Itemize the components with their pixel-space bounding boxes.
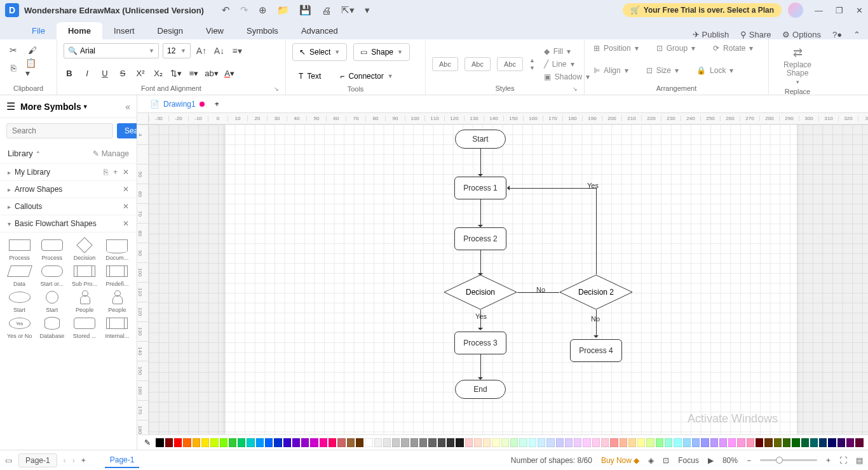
color-swatch[interactable]	[546, 438, 554, 447]
color-swatch[interactable]	[801, 438, 809, 447]
shape-document[interactable]: Docum...	[102, 238, 133, 261]
trial-banner[interactable]: 🛒 Your Free Trial is over. Select a Plan	[623, 3, 782, 17]
redo-icon[interactable]: ↷	[240, 4, 248, 16]
drawing-page[interactable]: Start Process 1 Process 2 Decision Yes P…	[225, 124, 797, 434]
increase-font-icon[interactable]: A↑	[194, 44, 208, 58]
new-icon[interactable]: ⊕	[259, 4, 267, 16]
buy-now-link[interactable]: Buy Now ◆	[601, 456, 639, 465]
focus-mode-icon[interactable]: ⊡	[663, 456, 669, 465]
select-tool[interactable]: ↖Select▼	[292, 43, 347, 61]
tab-advanced[interactable]: Advanced	[290, 22, 349, 39]
align-button[interactable]: ⊫Align▾	[591, 65, 631, 76]
page-layout-icon[interactable]: ▭	[5, 456, 12, 465]
color-swatch[interactable]	[401, 438, 409, 447]
color-swatch[interactable]	[383, 438, 391, 447]
color-swatch[interactable]	[819, 438, 827, 447]
color-swatch[interactable]	[347, 438, 355, 447]
font-name-select[interactable]: 🔍Arial▼	[64, 43, 159, 58]
color-swatch[interactable]	[274, 438, 281, 447]
color-swatch[interactable]	[810, 438, 818, 447]
section-close-3[interactable]: ✕	[123, 219, 129, 228]
shape-predef[interactable]: Predefi...	[102, 264, 133, 287]
color-swatch[interactable]	[265, 438, 273, 447]
color-swatch[interactable]	[238, 438, 245, 447]
panels-icon[interactable]: ▤	[856, 456, 863, 465]
color-swatch[interactable]	[447, 438, 454, 447]
color-swatch[interactable]	[320, 438, 327, 447]
replace-shape-button[interactable]: ⇄ Replace Shape ▾	[778, 43, 817, 88]
rotate-button[interactable]: ⟳Rotate▾	[710, 43, 756, 53]
color-swatch[interactable]	[538, 438, 545, 447]
shape-decision[interactable]: Decision	[69, 238, 100, 261]
color-swatch[interactable]	[456, 438, 463, 447]
format-painter-icon[interactable]: 🖌	[25, 43, 39, 57]
user-avatar[interactable]	[788, 3, 803, 18]
tab-design[interactable]: Design	[146, 22, 194, 39]
color-swatch[interactable]	[592, 438, 600, 447]
new-tab-button[interactable]: +	[215, 100, 219, 109]
add-page-icon[interactable]: +	[81, 456, 86, 465]
shape-start[interactable]: Start	[4, 290, 35, 313]
section-close-1[interactable]: ✕	[123, 185, 129, 194]
color-swatch[interactable]	[601, 438, 609, 447]
style-scroll-down[interactable]: ▼	[529, 65, 535, 71]
next-page-icon[interactable]: ›	[72, 456, 75, 465]
save-icon[interactable]: 💾	[299, 4, 311, 16]
shape-startor[interactable]: Start or...	[36, 264, 67, 287]
export-icon[interactable]: ⇱▾	[341, 4, 355, 16]
subscript-button[interactable]: X₂	[153, 69, 164, 78]
color-swatch[interactable]	[620, 438, 627, 447]
focus-label[interactable]: Focus	[678, 456, 699, 465]
position-button[interactable]: ⊞Position▾	[591, 43, 641, 53]
tab-view[interactable]: View	[194, 22, 235, 39]
symbol-search-input[interactable]	[6, 123, 113, 138]
color-swatch[interactable]	[565, 438, 573, 447]
tab-insert[interactable]: Insert	[102, 22, 146, 39]
shape-process2[interactable]: Process	[36, 238, 67, 261]
decrease-font-icon[interactable]: A↓	[212, 44, 226, 58]
open-icon[interactable]: 📁	[277, 4, 289, 16]
color-swatch[interactable]	[410, 438, 418, 447]
color-swatch[interactable]	[174, 438, 182, 447]
color-swatch[interactable]	[637, 438, 645, 447]
color-swatch[interactable]	[247, 438, 254, 447]
color-swatch[interactable]	[283, 438, 291, 447]
copy-icon[interactable]: ⎘	[6, 61, 20, 75]
color-swatch[interactable]	[656, 438, 663, 447]
section-close-2[interactable]: ✕	[123, 202, 129, 211]
tab-symbols[interactable]: Symbols	[235, 22, 290, 39]
color-swatch[interactable]	[329, 438, 336, 447]
color-swatch[interactable]	[837, 438, 845, 447]
color-swatch[interactable]	[337, 438, 345, 447]
color-swatch[interactable]	[574, 438, 581, 447]
highlight-icon[interactable]: ab▾	[206, 66, 217, 80]
color-swatch[interactable]	[301, 438, 309, 447]
color-swatch[interactable]	[846, 438, 854, 447]
font-color-icon[interactable]: A▾	[224, 66, 235, 80]
color-swatch[interactable]	[674, 438, 681, 447]
color-swatch[interactable]	[201, 438, 209, 447]
flowchart-process3[interactable]: Process 3	[454, 332, 506, 354]
flowchart-decision2[interactable]: Decision 2	[559, 274, 633, 310]
connector-tool[interactable]: ⌐Connector▼	[334, 67, 399, 85]
style-scroll-up[interactable]: ▲	[529, 57, 535, 64]
color-swatch[interactable]	[783, 438, 790, 447]
color-swatch[interactable]	[756, 438, 763, 447]
color-swatch[interactable]	[220, 438, 227, 447]
color-swatch[interactable]	[628, 438, 636, 447]
color-swatch[interactable]	[310, 438, 318, 447]
color-swatch[interactable]	[156, 438, 163, 447]
color-swatch[interactable]	[501, 438, 509, 447]
bullets-icon[interactable]: ≡▾	[188, 66, 200, 80]
size-button[interactable]: ⊡Size▾	[644, 65, 681, 76]
color-swatch[interactable]	[828, 438, 836, 447]
flowchart-process2[interactable]: Process 2	[454, 227, 506, 250]
group-button[interactable]: ⊡Group▾	[654, 43, 698, 53]
shape-people[interactable]: People	[69, 290, 100, 313]
layers-icon[interactable]: ◈	[648, 456, 654, 465]
color-swatch[interactable]	[701, 438, 709, 447]
share-button[interactable]: ⚲ Share	[740, 30, 771, 39]
color-swatch[interactable]	[692, 438, 700, 447]
close-icon[interactable]: ✕	[856, 6, 863, 15]
color-swatch[interactable]	[792, 438, 799, 447]
